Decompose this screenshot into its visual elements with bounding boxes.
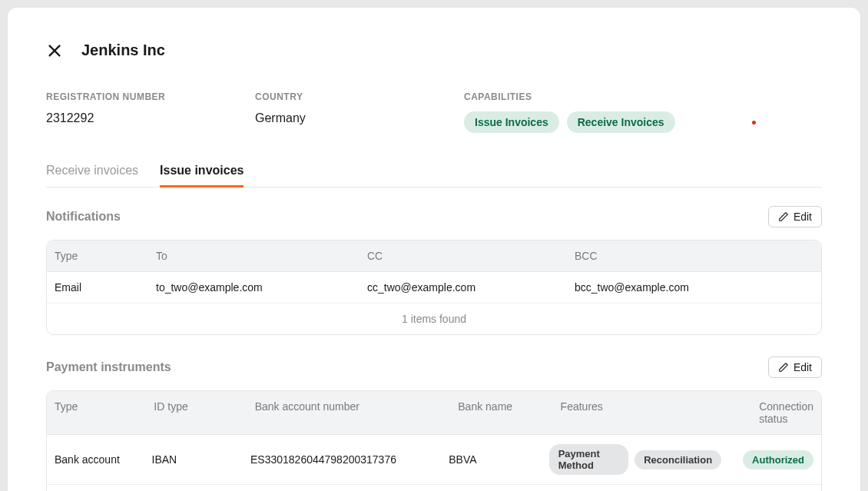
modal-header: Jenkins Inc <box>46 41 822 59</box>
pay-account-cell: ES3301826044798200317376 <box>243 435 441 484</box>
pay-col-bank-header: Bank name <box>450 391 552 434</box>
status-badge: Authorized <box>743 450 813 469</box>
pay-col-status-header: Connection status <box>751 391 821 434</box>
notif-bcc-cell: bcc_two@example.com <box>567 272 821 303</box>
notif-col-bcc-header: BCC <box>567 241 821 271</box>
payments-table-head: Type ID type Bank account number Bank na… <box>47 391 821 435</box>
feature-chip-reconciliation: Reconciliation <box>634 450 721 469</box>
notifications-footer: 1 items found <box>47 303 821 334</box>
pay-features-cell: Payment Method <box>542 485 735 491</box>
payments-header: Payment instruments Edit <box>46 357 822 378</box>
capability-badge-receive: Receive Invoices <box>567 111 675 133</box>
pay-bank-cell: BBVA <box>441 435 541 484</box>
registration-label: REGISTRATION NUMBER <box>46 91 255 102</box>
pay-type-cell: Bank account <box>47 435 144 484</box>
payments-table: Type ID type Bank account number Bank na… <box>46 390 822 491</box>
tabs: Receive invoices Issue invoices <box>46 164 822 187</box>
notif-cc-cell: cc_two@example.com <box>359 272 567 303</box>
pay-account-cell: ES6601823691617746949838 <box>243 485 441 491</box>
pay-bank-cell: BBVA <box>441 485 541 491</box>
country-value: Germany <box>255 111 464 125</box>
close-button[interactable] <box>46 42 63 59</box>
pay-col-account-header: Bank account number <box>247 391 451 434</box>
notif-type-cell: Email <box>47 272 148 303</box>
notifications-edit-button[interactable]: Edit <box>768 206 822 227</box>
info-country: COUNTRY Germany <box>255 91 464 133</box>
notif-col-to-header: To <box>148 241 359 271</box>
info-capabilities: CAPABILITIES Issue Invoices Receive Invo… <box>464 91 822 133</box>
info-row: REGISTRATION NUMBER 2312292 COUNTRY Germ… <box>46 91 822 133</box>
notif-to-cell: to_two@example.com <box>148 272 359 303</box>
notifications-table-head: Type To CC BCC <box>47 241 821 272</box>
payments-section: Payment instruments Edit Type ID type Ba… <box>46 357 822 491</box>
capabilities-badges: Issue Invoices Receive Invoices <box>464 111 822 133</box>
notifications-table: Type To CC BCC Email to_two@example.com … <box>46 240 822 335</box>
tab-receive-invoices[interactable]: Receive invoices <box>46 164 138 187</box>
edit-label: Edit <box>793 361 812 373</box>
pencil-icon <box>778 211 789 222</box>
payments-edit-button[interactable]: Edit <box>768 357 822 378</box>
pay-col-type-header: Type <box>47 391 146 434</box>
pay-col-features-header: Features <box>553 391 752 434</box>
indicator-dot <box>752 121 756 124</box>
pay-status-cell: Authorized <box>735 435 821 484</box>
payments-table-body: Bank account IBAN ES33018260447982003173… <box>47 435 821 491</box>
capabilities-label: CAPABILITIES <box>464 91 822 102</box>
capability-badge-issue: Issue Invoices <box>464 111 559 133</box>
notifications-table-body: Email to_two@example.com cc_two@example.… <box>47 272 821 303</box>
notif-col-type-header: Type <box>47 241 148 271</box>
pay-type-cell: Bank account <box>47 485 144 491</box>
info-registration: REGISTRATION NUMBER 2312292 <box>46 91 255 133</box>
pay-col-idtype-header: ID type <box>146 391 247 434</box>
table-row: Bank account IBAN ES33018260447982003173… <box>47 435 821 485</box>
pay-idtype-cell: IBAN <box>144 435 243 484</box>
pencil-icon <box>778 362 789 373</box>
tab-issue-invoices[interactable]: Issue invoices <box>160 164 244 187</box>
pay-idtype-cell: IBAN <box>144 485 243 491</box>
country-label: COUNTRY <box>255 91 464 102</box>
close-icon <box>46 42 63 59</box>
notifications-title: Notifications <box>46 210 121 224</box>
pay-features-cell: Payment Method Reconciliation <box>542 435 735 484</box>
edit-label: Edit <box>793 211 812 223</box>
notif-col-cc-header: CC <box>359 241 567 271</box>
payments-title: Payment instruments <box>46 360 171 374</box>
table-row: Bank account IBAN ES66018236916177469498… <box>47 485 821 491</box>
modal-panel: Jenkins Inc REGISTRATION NUMBER 2312292 … <box>8 8 860 491</box>
table-row: Email to_two@example.com cc_two@example.… <box>47 272 821 303</box>
page-title: Jenkins Inc <box>81 41 165 59</box>
notifications-section: Notifications Edit Type To CC BCC Email … <box>46 206 822 335</box>
pay-status-cell: Authorized <box>735 485 821 491</box>
registration-value: 2312292 <box>46 111 255 125</box>
feature-chip-payment-method: Payment Method <box>549 444 629 475</box>
notifications-header: Notifications Edit <box>46 206 822 227</box>
